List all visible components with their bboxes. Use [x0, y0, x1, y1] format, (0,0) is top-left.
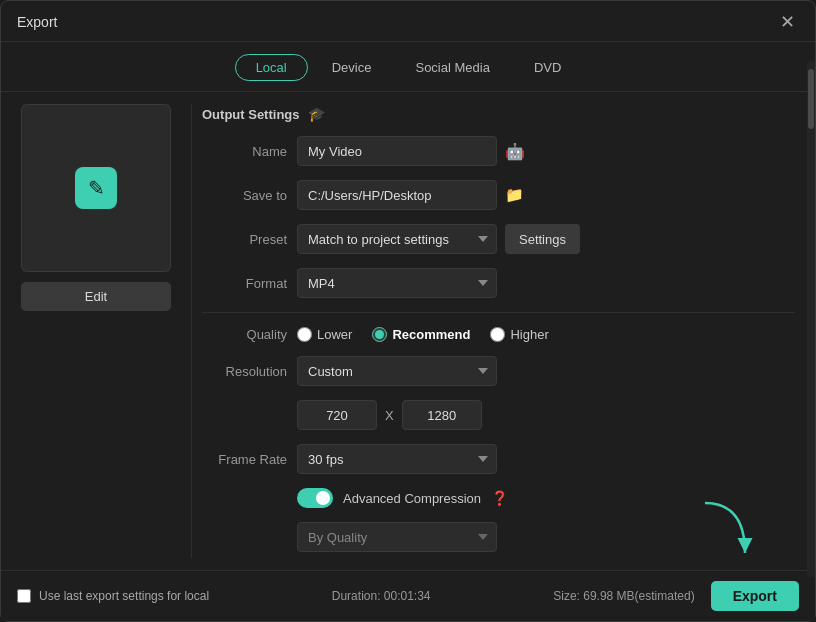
close-button[interactable]: ✕	[776, 11, 799, 33]
settings-panel: Output Settings 🎓 Name 🤖 Save to 📁	[191, 104, 815, 558]
format-row: Format MP4 MOV AVI MKV	[202, 268, 795, 298]
footer-duration: Duration: 00:01:34	[332, 589, 431, 603]
edit-button[interactable]: Edit	[21, 282, 171, 311]
quality-lower-option[interactable]: Lower	[297, 327, 352, 342]
scrollbar-thumb	[808, 92, 814, 129]
resolution-height-input[interactable]	[402, 400, 482, 430]
advanced-compression-toggle[interactable]	[297, 488, 333, 508]
quality-lower-radio[interactable]	[297, 327, 312, 342]
advanced-compression-label: Advanced Compression	[343, 491, 481, 506]
ai-icon: 🤖	[505, 142, 525, 161]
quality-row: Quality Lower Recommend Higher	[202, 327, 795, 342]
preview-edit-icon: ✎	[75, 167, 117, 209]
resolution-row: Resolution Custom 1920x1080 1280x720	[202, 356, 795, 386]
resolution-x-separator: X	[385, 408, 394, 423]
section-header: Output Settings 🎓	[202, 104, 795, 122]
preset-label: Preset	[202, 232, 287, 247]
footer-left: Use last export settings for local	[17, 589, 209, 603]
quality-label: Quality	[202, 327, 287, 342]
quality-recommend-option[interactable]: Recommend	[372, 327, 470, 342]
export-dialog: Export ✕ Local Device Social Media DVD ✎…	[0, 0, 816, 622]
format-select[interactable]: MP4 MOV AVI MKV	[297, 268, 497, 298]
resolution-label: Resolution	[202, 364, 287, 379]
name-row: Name 🤖	[202, 136, 795, 166]
advanced-compression-row: Advanced Compression ❓	[297, 488, 795, 508]
tabs-bar: Local Device Social Media DVD	[1, 42, 815, 92]
resolution-width-input[interactable]	[297, 400, 377, 430]
quality-options: Lower Recommend Higher	[297, 327, 549, 342]
quality-recommend-radio[interactable]	[372, 327, 387, 342]
name-input-group: 🤖	[297, 136, 525, 166]
preset-row: Preset Match to project settings Custom …	[202, 224, 795, 254]
tab-social-media[interactable]: Social Media	[395, 54, 509, 81]
format-label: Format	[202, 276, 287, 291]
main-content: ✎ Edit Output Settings 🎓 Name 🤖 Save to	[1, 92, 815, 570]
export-button[interactable]: Export	[711, 581, 799, 611]
saveto-row: Save to 📁	[202, 180, 795, 210]
settings-info-icon: 🎓	[308, 106, 325, 122]
saveto-input[interactable]	[297, 180, 497, 210]
tab-dvd[interactable]: DVD	[514, 54, 581, 81]
preset-select[interactable]: Match to project settings Custom	[297, 224, 497, 254]
dialog-title: Export	[17, 14, 57, 30]
framerate-row: Frame Rate 30 fps 24 fps 25 fps 60 fps	[202, 444, 795, 474]
help-icon[interactable]: ❓	[491, 490, 508, 506]
footer: Use last export settings for local Durat…	[1, 570, 815, 621]
quality-recommend-label: Recommend	[392, 327, 470, 342]
resolution-select[interactable]: Custom 1920x1080 1280x720	[297, 356, 497, 386]
name-label: Name	[202, 144, 287, 159]
scrollbar-track[interactable]	[807, 92, 815, 570]
preview-panel: ✎ Edit	[1, 104, 191, 558]
title-bar: Export ✕	[1, 1, 815, 42]
toggle-knob	[316, 491, 330, 505]
tab-local[interactable]: Local	[235, 54, 308, 81]
folder-icon[interactable]: 📁	[505, 186, 524, 204]
quality-higher-option[interactable]: Higher	[490, 327, 548, 342]
framerate-label: Frame Rate	[202, 452, 287, 467]
last-settings-label: Use last export settings for local	[39, 589, 209, 603]
tab-device[interactable]: Device	[312, 54, 392, 81]
last-settings-checkbox[interactable]	[17, 589, 31, 603]
framerate-select[interactable]: 30 fps 24 fps 25 fps 60 fps	[297, 444, 497, 474]
divider	[202, 312, 795, 313]
by-quality-select[interactable]: By Quality	[297, 522, 497, 552]
preset-input-group: Match to project settings Custom Setting…	[297, 224, 580, 254]
quality-lower-label: Lower	[317, 327, 352, 342]
preview-thumbnail: ✎	[21, 104, 171, 272]
section-title: Output Settings	[202, 107, 300, 122]
settings-action-button[interactable]: Settings	[505, 224, 580, 254]
name-input[interactable]	[297, 136, 497, 166]
footer-size: Size: 69.98 MB(estimated)	[553, 589, 694, 603]
saveto-label: Save to	[202, 188, 287, 203]
by-quality-row: By Quality	[297, 522, 795, 552]
saveto-input-group: 📁	[297, 180, 524, 210]
quality-higher-radio[interactable]	[490, 327, 505, 342]
resolution-inputs: X	[297, 400, 795, 430]
quality-higher-label: Higher	[510, 327, 548, 342]
footer-right: Size: 69.98 MB(estimated) Export	[553, 581, 799, 611]
